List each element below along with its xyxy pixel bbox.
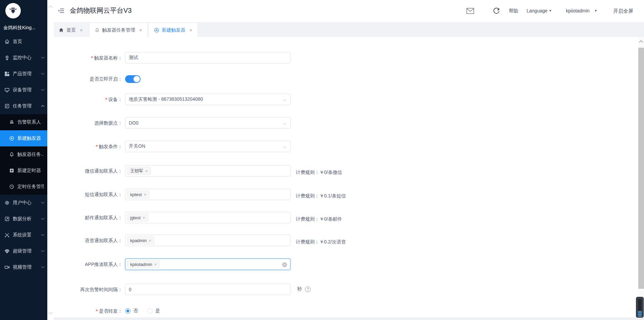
brand-name: 金鸽科技King... — [3, 25, 36, 31]
contact-tag: 王朝军 × — [127, 167, 151, 175]
radio-yes[interactable]: 是 — [147, 308, 160, 314]
language-dropdown[interactable]: Language ▼ — [527, 8, 552, 13]
device-select[interactable]: 地质灾害检测 - 8673830513204080 — [125, 94, 290, 105]
remove-tag-icon[interactable]: × — [145, 169, 148, 174]
sidebar-item-alarm-contacts[interactable]: 告警联系人 — [0, 114, 47, 130]
form-row-app: APP推送联系人： kpiiotadmin × × — [54, 259, 490, 270]
remove-tag-icon[interactable]: × — [143, 215, 145, 220]
fullscreen-button[interactable]: 开启全屏 — [613, 8, 633, 14]
app-contacts-input[interactable]: kpiiotadmin × × — [125, 259, 290, 270]
refresh-icon[interactable] — [492, 7, 500, 15]
new-trigger-form: *触发器名称： 测试 是否立即开启： *设备： 地质灾害检测 - 8673830… — [54, 37, 638, 317]
sidebar-scrollbar[interactable] — [47, 0, 54, 320]
form-row-trigger-name: *触发器名称： 测试 — [54, 52, 490, 63]
form-row-sms: 短信通知联系人： kptest × 计费规则：￥0.1/条短信 — [54, 189, 490, 200]
form-row-voice: 语音通知联系人： kpadmin × 计费规则：￥0.2/次语音 — [54, 235, 490, 246]
sidebar-item-monitor-center[interactable]: 监控中心 — [0, 50, 47, 66]
scroll-down-icon[interactable] — [48, 310, 53, 314]
monitor-icon — [4, 87, 10, 93]
contact-tag: kptest × — [127, 190, 149, 198]
question-circle-icon[interactable]: ? — [305, 286, 311, 292]
chevron-down-icon — [41, 71, 45, 75]
remove-tag-icon[interactable]: × — [149, 238, 151, 243]
sidebar-item-new-timer[interactable]: 新建定时器 — [0, 163, 47, 179]
sidebar: 金鸽科技King... 首页 监控中心 产品管理 设备管理 — [0, 0, 47, 320]
caret-down-icon: ▼ — [594, 9, 597, 12]
tab-home[interactable]: 首页 × — [54, 23, 88, 37]
chevron-down-icon — [41, 248, 45, 252]
floating-indicator-widget[interactable] — [636, 297, 644, 318]
main-area: 金鸽物联网云平台V3 帮助 Language ▼ kpiiotadmin ▼ 开… — [54, 0, 644, 320]
user-dropdown[interactable]: kpiiotadmin ▼ — [566, 8, 597, 13]
sms-contacts-input[interactable]: kptest × — [125, 189, 290, 200]
contact-tag: kpiiotadmin × — [127, 260, 160, 268]
task-list-icon — [4, 103, 10, 109]
plus-circle-icon — [9, 136, 14, 141]
sidebar-item-device-mgmt[interactable]: 设备管理 — [0, 82, 47, 98]
content-scrollbar[interactable] — [638, 37, 644, 320]
grid-icon — [4, 71, 10, 77]
trigger-name-input[interactable]: 测试 — [125, 52, 290, 63]
sidebar-item-product-mgmt[interactable]: 产品管理 — [0, 66, 47, 82]
close-icon[interactable]: × — [80, 28, 83, 33]
contact-tag: kpadmin × — [127, 236, 154, 244]
fee-rule-text: 计费规则：￥0.1/条短信 — [296, 193, 346, 199]
sidebar-item-system-settings[interactable]: 系统设置 — [0, 227, 47, 243]
indicator-tick — [638, 315, 642, 315]
voice-contacts-input[interactable]: kpadmin × — [125, 235, 290, 246]
sidebar-item-home[interactable]: 首页 — [0, 34, 47, 50]
remove-tag-icon[interactable]: × — [144, 192, 147, 197]
sidebar-item-new-trigger[interactable]: 新建触发器 — [0, 130, 47, 146]
form-row-forward: *是否转发： 否 是 — [54, 307, 490, 315]
enable-toggle[interactable] — [125, 75, 141, 83]
form-row-interval: 再次告警时间间隔： 0 秒 ? — [54, 284, 490, 295]
sidebar-item-data-analysis[interactable]: 数据分析 — [0, 211, 47, 227]
menu-fold-icon[interactable] — [58, 8, 65, 14]
clock-icon — [9, 184, 14, 190]
tab-trigger-task-mgmt[interactable]: 触发器任务管理 × — [90, 23, 147, 37]
required-asterisk: * — [96, 308, 98, 314]
scroll-up-icon[interactable] — [639, 40, 643, 44]
plus-square-icon — [9, 168, 14, 174]
clear-input-icon[interactable]: × — [282, 262, 287, 267]
gear-icon — [4, 200, 10, 206]
sidebar-item-task-mgmt[interactable]: 任务管理 — [0, 98, 47, 114]
datapoint-select[interactable]: DO0 — [125, 117, 290, 129]
bell-icon — [9, 152, 14, 157]
chevron-down-icon — [41, 232, 45, 236]
condition-select[interactable]: 开关ON — [125, 141, 290, 152]
scroll-up-icon[interactable] — [48, 5, 53, 10]
fee-rule-text: 计费规则：￥0/条邮件 — [296, 216, 342, 222]
sidebar-item-timer-task-mgmt[interactable]: 定时任务管理 — [0, 179, 47, 195]
email-contacts-input[interactable]: jgtest × — [125, 212, 290, 223]
radio-dot — [147, 308, 153, 314]
top-header: 金鸽物联网云平台V3 帮助 Language ▼ kpiiotadmin ▼ 开… — [54, 0, 644, 22]
sidebar-item-user-center[interactable]: 用户中心 — [0, 195, 47, 211]
mail-icon[interactable] — [466, 8, 474, 14]
chevron-down-icon — [41, 265, 45, 268]
chevron-down-icon — [41, 200, 45, 203]
radio-no[interactable]: 否 — [125, 308, 138, 314]
chevron-down-icon — [283, 98, 286, 101]
bell-icon — [95, 28, 100, 33]
form-row-wechat: 微信通知联系人： 王朝军 × 计费规则：￥0/条微信 — [54, 165, 490, 177]
tab-new-trigger[interactable]: 新建触发器 × — [149, 23, 198, 37]
sidebar-item-trigger-task-mgmt[interactable]: 触发器任务... — [0, 146, 47, 163]
indicator-tick — [638, 312, 642, 313]
horizontal-scroll-track[interactable] — [54, 317, 644, 320]
close-icon[interactable]: × — [139, 28, 142, 33]
help-link[interactable]: 帮助 — [509, 8, 518, 14]
indicator-tick — [638, 314, 642, 314]
tab-bar: 首页 × 触发器任务管理 × 新建触发器 × — [54, 22, 644, 37]
close-icon[interactable]: × — [190, 28, 193, 33]
remove-tag-icon[interactable]: × — [154, 262, 157, 267]
wechat-contacts-input[interactable]: 王朝军 × — [125, 165, 290, 177]
shield-wings-icon — [8, 6, 18, 15]
home-icon — [4, 39, 10, 45]
interval-input[interactable]: 0 — [125, 284, 290, 295]
caret-down-icon: ▼ — [549, 9, 552, 12]
alarm-contact-icon — [9, 120, 14, 125]
sidebar-item-video-mgmt[interactable]: 视频管理 — [0, 259, 47, 275]
scrollbar-thumb[interactable] — [638, 48, 644, 289]
sidebar-item-super-mgmt[interactable]: 超级管理 — [0, 243, 47, 259]
